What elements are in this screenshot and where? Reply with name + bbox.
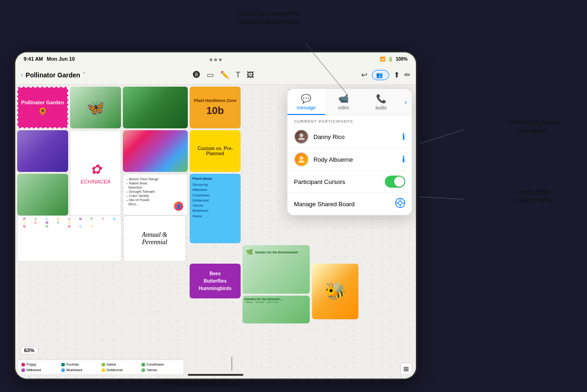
manage-shared-board-row[interactable]: Manage Shared Board: [287, 193, 412, 215]
bees-text: BeesButterfliesHummingbirds: [199, 270, 232, 292]
ipad-screen: 9:41 AM Mon Jun 10 📶 🔋 100%: [15, 52, 416, 379]
svg-point-1: [300, 156, 303, 160]
legend-label-yarrow: Yarrow: [147, 368, 157, 372]
participant-action-rody[interactable]: ℹ: [402, 154, 405, 164]
back-chevron-icon: ‹: [21, 71, 23, 78]
herbs-card: [123, 87, 188, 128]
participant-cursors-toggle[interactable]: [385, 176, 405, 188]
undo-icon[interactable]: ↩: [361, 70, 367, 79]
legend-label-poppy: Poppy: [26, 362, 36, 367]
tab-audio[interactable]: 📞 audio: [362, 89, 400, 115]
legend-coneflower: Coneflower: [141, 362, 180, 367]
garden-environ-card: Garden for the Environ… • Maps · Garden …: [242, 296, 310, 323]
svg-point-3: [398, 201, 402, 205]
title-chevron-icon: ˅: [83, 72, 86, 78]
participant-avatar-rody: [294, 152, 309, 167]
zone-value: 10b: [206, 105, 224, 117]
plant-ideas-list: StonecropMilkweedConeflowerGoldenrodYarr…: [192, 182, 238, 219]
participant-action-danny[interactable]: ℹ: [402, 132, 405, 142]
share-icon[interactable]: ⬆: [394, 70, 400, 79]
bloom-time-text: – Bloom Time Range – Native Area Selecti…: [126, 177, 159, 206]
collab-icon: 👥: [376, 72, 383, 78]
edit-icon[interactable]: ✏: [404, 70, 410, 79]
share-settings-icon: [395, 198, 405, 208]
participant-row-danny: Danny Rico ℹ: [287, 126, 412, 148]
bee-image-card: 🐝: [312, 264, 358, 319]
canvas-area: Pollinator Garden 🌻 🦋 Plant Hardiness Zo…: [15, 85, 416, 379]
legend-row: Poppy Fuchsia Salvia Coneflower: [17, 360, 184, 375]
manage-shared-board-icon: [395, 198, 405, 210]
custom-vs-label: Custom vs. Pre-Planned: [192, 146, 238, 156]
status-bar: 9:41 AM Mon Jun 10 📶 🔋 100%: [15, 52, 416, 65]
legend-salvia: Salvia: [102, 362, 140, 367]
battery-percent: 100%: [396, 57, 408, 62]
ipad-frame: 9:41 AM Mon Jun 10 📶 🔋 100%: [14, 51, 417, 380]
butterfly-card: 🦋: [70, 87, 121, 128]
flower-sketch-icon: ✿: [90, 162, 101, 177]
garden-icon: 🌿: [246, 249, 253, 255]
annotation-bottom: Zobacz, gdzie są aktywni inni: [130, 379, 269, 387]
person-icon-rody: [297, 155, 306, 164]
collaboration-button[interactable]: 👥: [372, 70, 389, 80]
tab-audio-label: audio: [375, 105, 386, 110]
annual-text: Annual &Perennial: [142, 231, 167, 246]
echinacea-sketch-card: ✿ ECHINACEA: [70, 130, 121, 216]
tab-message[interactable]: 💬 message: [287, 89, 325, 115]
percent-value: 63%: [24, 348, 34, 353]
popup-expand-button[interactable]: ›: [400, 89, 412, 115]
wifi-icon: 📶: [380, 57, 385, 62]
participants-section-label: CURRENT PARTICIPANTS: [287, 115, 412, 126]
status-time: 9:41 AM: [24, 56, 43, 62]
plant-ideas-title: Plant Ideas: [192, 177, 238, 181]
popup-tabs: 💬 message 📹 video 📞 audio ›: [287, 89, 412, 115]
garden-environ-sub: • Maps · Garden · San Fran…: [244, 301, 308, 303]
legend-label-salvia: Salvia: [107, 362, 116, 367]
garden-label: Garden for the Environment: [255, 251, 298, 254]
colorful-mosaic-card: [123, 130, 188, 172]
garden-environ-label: Garden for the Environ…: [244, 297, 308, 301]
legend-dot-fuchsia: [61, 363, 65, 367]
participant-name-rody: Rody Albuerne: [313, 156, 397, 163]
pink-card-title: Pollinator Garden: [21, 100, 64, 105]
legend-poppy: Poppy: [21, 362, 60, 367]
back-button[interactable]: ‹: [21, 71, 23, 78]
participant-cursors-row: Participant Cursors: [287, 171, 412, 193]
tab-video[interactable]: 📹 video: [325, 89, 363, 115]
legend-yarrow: Yarrow: [141, 368, 180, 372]
tab-video-label: video: [338, 105, 349, 110]
legend-bluebeard: Bluebeard: [61, 368, 100, 372]
svg-point-0: [300, 133, 303, 137]
status-date: Mon Jun 10: [47, 56, 75, 62]
pollinator-garden-card: Pollinator Garden 🌻: [17, 87, 68, 128]
manage-shared-board-label: Manage Shared Board: [294, 201, 390, 208]
shape-icon[interactable]: ▭: [207, 70, 214, 79]
video-tab-icon: 📹: [338, 94, 349, 104]
letter-grid-card: PSCSCMPFG YCMYY GMGCY: [17, 215, 121, 262]
text-icon[interactable]: T: [236, 71, 241, 79]
legend-dot-bluebeard: [61, 368, 65, 372]
bloom-time-card: – Bloom Time Range – Native Area Selecti…: [123, 174, 188, 215]
participant-name-danny: Danny Rico: [313, 133, 397, 140]
toolbar: ‹ Pollinator Garden ˅ 🅐 ▭ ✏️ T 🖼 ↩ 👥: [15, 65, 416, 85]
legend-dot-goldenrod: [102, 368, 105, 372]
bees-butterflies-card: BeesButterfliesHummingbirds: [190, 264, 241, 298]
image-icon[interactable]: 🖼: [247, 71, 254, 79]
plant-ideas-card: Plant Ideas StonecropMilkweedConeflowerG…: [190, 174, 241, 243]
annotate-icon[interactable]: 🅐: [193, 71, 200, 79]
grid-button[interactable]: ⊞: [400, 363, 412, 375]
home-indicator: [188, 374, 243, 376]
legend-dot-yarrow: [141, 368, 145, 372]
legend-dot-milkweed: [21, 368, 25, 372]
echinacea-label: ECHINACEA: [81, 179, 110, 184]
legend-dot-poppy: [21, 363, 25, 367]
avatar-small: 👤: [174, 202, 183, 211]
zoom-percent: 63%: [20, 346, 38, 354]
legend-label-goldenrod: Goldenrod: [107, 368, 123, 372]
legend-label-bluebeard: Bluebeard: [66, 368, 82, 372]
legend-goldenrod: Goldenrod: [102, 368, 140, 372]
pen-icon[interactable]: ✏️: [220, 70, 230, 79]
annotation-line-right1: [420, 130, 464, 144]
legend-dot-salvia: [102, 363, 105, 367]
document-title[interactable]: Pollinator Garden: [26, 71, 80, 79]
toggle-label: Participant Cursors: [294, 178, 380, 185]
